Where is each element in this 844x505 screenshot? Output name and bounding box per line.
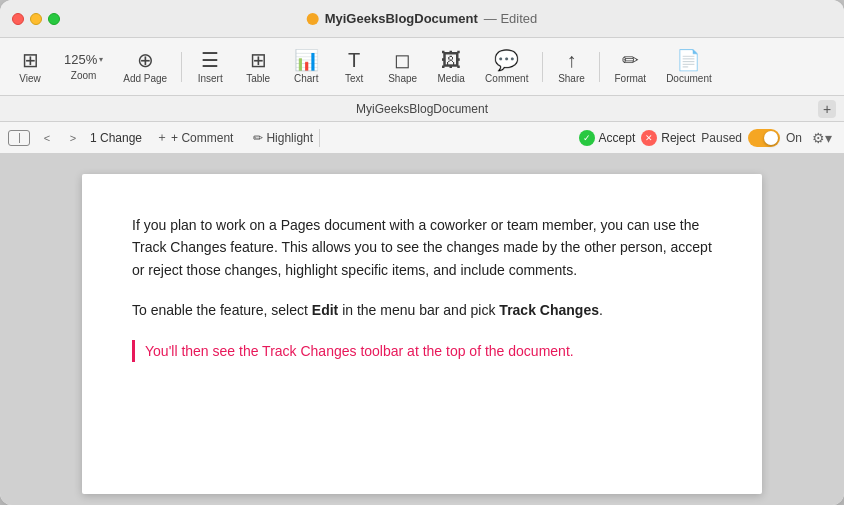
track-changes-toggle[interactable]	[748, 129, 780, 147]
add-tab-button[interactable]: +	[818, 100, 836, 118]
table-label: Table	[246, 73, 270, 84]
comment-label: Comment	[485, 73, 528, 84]
media-icon: 🖼	[441, 50, 461, 70]
traffic-lights	[12, 13, 60, 25]
tab-bar: MyiGeeksBlogDocument +	[0, 96, 844, 122]
highlight-label: Highlight	[266, 131, 313, 145]
title-bar-center: MyiGeeksBlogDocument — Edited	[307, 11, 538, 26]
sidebar-toggle-button[interactable]	[8, 130, 30, 146]
close-button[interactable]	[12, 13, 24, 25]
format-label: Format	[614, 73, 646, 84]
maximize-button[interactable]	[48, 13, 60, 25]
insert-label: Insert	[198, 73, 223, 84]
accept-checkmark-icon: ✓	[579, 130, 595, 146]
format-button[interactable]: ✏ Format	[606, 46, 654, 88]
view-icon: ⊞	[22, 50, 39, 70]
accept-label: Accept	[599, 131, 636, 145]
paragraph-2-edit: Edit	[312, 302, 338, 318]
media-label: Media	[437, 73, 464, 84]
document-label: Document	[666, 73, 712, 84]
sidebar-toggle-icon	[14, 133, 20, 143]
paragraph-2: To enable the feature, select Edit in th…	[132, 299, 712, 321]
shape-button[interactable]: ◻ Shape	[380, 46, 425, 88]
comment-icon: 💬	[494, 50, 519, 70]
settings-gear-button[interactable]: ⚙▾	[808, 128, 836, 148]
reject-button[interactable]: ✕ Reject	[641, 130, 695, 146]
paragraph-2-suffix: .	[599, 302, 603, 318]
zoom-chevron-icon: ▾	[99, 55, 103, 64]
highlight-button[interactable]: ✏ Highlight	[247, 129, 320, 147]
track-actions: ✓ Accept ✕ Reject Paused On ⚙▾	[579, 128, 836, 148]
minimize-button[interactable]	[30, 13, 42, 25]
on-label: On	[786, 131, 802, 145]
accept-button[interactable]: ✓ Accept	[579, 130, 636, 146]
text-icon: T	[348, 50, 360, 70]
table-icon: ⊞	[250, 50, 267, 70]
title-dot-icon	[307, 13, 319, 25]
shape-icon: ◻	[394, 50, 411, 70]
chart-button[interactable]: 📊 Chart	[284, 46, 328, 88]
prev-change-button[interactable]: <	[38, 129, 56, 147]
toggle-knob	[764, 131, 778, 145]
paragraph-2-prefix: To enable the feature, select	[132, 302, 312, 318]
paused-label: Paused	[701, 131, 742, 145]
toolbar-divider-1	[181, 52, 182, 82]
next-change-button[interactable]: >	[64, 129, 82, 147]
zoom-value: 125%	[64, 52, 97, 67]
text-label: Text	[345, 73, 363, 84]
document-icon: 📄	[676, 50, 701, 70]
chart-icon: 📊	[294, 50, 319, 70]
comment-button[interactable]: 💬 Comment	[477, 46, 536, 88]
tab-title: MyiGeeksBlogDocument	[356, 102, 488, 116]
zoom-button[interactable]: 125% ▾ Zoom	[56, 48, 111, 85]
main-toolbar: ⊞ View 125% ▾ Zoom ⊕ Add Page ☰ Insert ⊞…	[0, 38, 844, 96]
view-label: View	[19, 73, 41, 84]
comment-btn-label: + Comment	[171, 131, 233, 145]
document-button[interactable]: 📄 Document	[658, 46, 720, 88]
add-page-icon: ⊕	[137, 50, 154, 70]
plus-icon: ＋	[156, 129, 168, 146]
toolbar-divider-3	[599, 52, 600, 82]
track-change-text: You'll then see the Track Changes toolba…	[145, 343, 574, 359]
track-change-paragraph: You'll then see the Track Changes toolba…	[132, 340, 712, 362]
view-button[interactable]: ⊞ View	[8, 46, 52, 88]
app-window: MyiGeeksBlogDocument — Edited ⊞ View 125…	[0, 0, 844, 505]
reject-x-icon: ✕	[641, 130, 657, 146]
share-icon: ↑	[566, 50, 576, 70]
add-page-button[interactable]: ⊕ Add Page	[115, 46, 175, 88]
text-button[interactable]: T Text	[332, 46, 376, 88]
window-title: MyiGeeksBlogDocument	[325, 11, 478, 26]
insert-icon: ☰	[201, 50, 219, 70]
share-button[interactable]: ↑ Share	[549, 46, 593, 88]
paragraph-2-mid: in the menu bar and pick	[338, 302, 499, 318]
shape-label: Shape	[388, 73, 417, 84]
paragraph-1: If you plan to work on a Pages document …	[132, 214, 712, 281]
reject-label: Reject	[661, 131, 695, 145]
title-bar: MyiGeeksBlogDocument — Edited	[0, 0, 844, 38]
paragraph-2-track: Track Changes	[499, 302, 599, 318]
insert-button[interactable]: ☰ Insert	[188, 46, 232, 88]
chart-label: Chart	[294, 73, 318, 84]
add-comment-button[interactable]: ＋ + Comment	[150, 127, 239, 148]
zoom-label: Zoom	[71, 70, 97, 81]
change-count: 1 Change	[90, 131, 142, 145]
track-changes-bar: < > 1 Change ＋ + Comment ✏ Highlight ✓ A…	[0, 122, 844, 154]
table-button[interactable]: ⊞ Table	[236, 46, 280, 88]
media-button[interactable]: 🖼 Media	[429, 46, 473, 88]
format-icon: ✏	[622, 50, 639, 70]
paragraph-1-text: If you plan to work on a Pages document …	[132, 217, 712, 278]
toolbar-divider-2	[542, 52, 543, 82]
add-page-label: Add Page	[123, 73, 167, 84]
highlight-pencil-icon: ✏	[253, 131, 263, 145]
share-label: Share	[558, 73, 585, 84]
document-area: If you plan to work on a Pages document …	[0, 154, 844, 505]
edited-label: — Edited	[484, 11, 537, 26]
document-page: If you plan to work on a Pages document …	[82, 174, 762, 494]
